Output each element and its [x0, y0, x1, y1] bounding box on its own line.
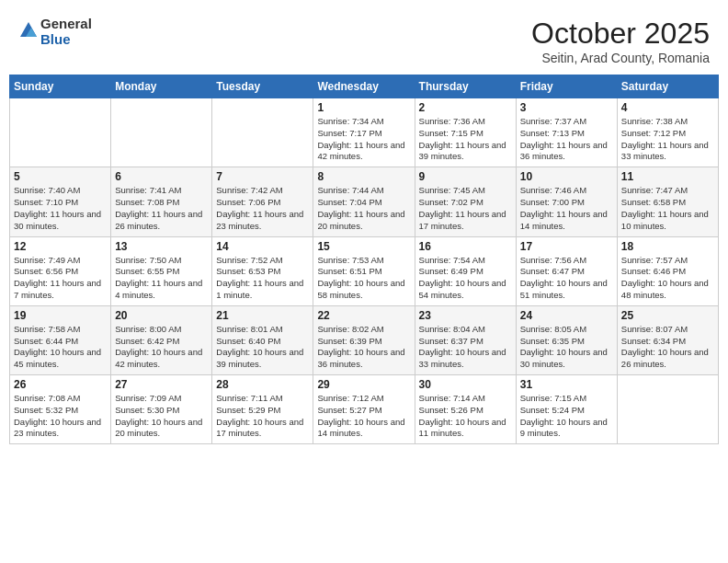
column-header-thursday: Thursday — [415, 75, 516, 98]
day-number: 31 — [520, 378, 613, 391]
day-info: Sunrise: 7:50 AMSunset: 6:55 PMDaylight:… — [115, 255, 208, 302]
day-number: 13 — [115, 240, 208, 253]
day-number: 26 — [14, 378, 107, 391]
calendar-cell: 25Sunrise: 8:07 AMSunset: 6:34 PMDayligh… — [617, 305, 718, 374]
day-number: 9 — [419, 170, 512, 183]
day-info: Sunrise: 7:15 AMSunset: 5:24 PMDaylight:… — [520, 393, 613, 440]
logo-general-text: General — [40, 17, 92, 32]
calendar-cell: 13Sunrise: 7:50 AMSunset: 6:55 PMDayligh… — [111, 236, 212, 305]
day-info: Sunrise: 7:12 AMSunset: 5:27 PMDaylight:… — [317, 393, 410, 440]
day-info: Sunrise: 8:05 AMSunset: 6:35 PMDaylight:… — [520, 324, 613, 371]
day-number: 12 — [14, 240, 107, 253]
day-number: 17 — [520, 240, 613, 253]
column-header-saturday: Saturday — [617, 75, 718, 98]
calendar-week-row: 12Sunrise: 7:49 AMSunset: 6:56 PMDayligh… — [10, 236, 719, 305]
column-header-friday: Friday — [516, 75, 617, 98]
calendar-cell: 26Sunrise: 7:08 AMSunset: 5:32 PMDayligh… — [10, 375, 111, 444]
day-info: Sunrise: 7:54 AMSunset: 6:49 PMDaylight:… — [419, 255, 512, 302]
calendar-cell: 23Sunrise: 8:04 AMSunset: 6:37 PMDayligh… — [415, 305, 516, 374]
calendar-cell: 5Sunrise: 7:40 AMSunset: 7:10 PMDaylight… — [10, 167, 111, 236]
calendar-cell: 1Sunrise: 7:34 AMSunset: 7:17 PMDaylight… — [313, 98, 415, 167]
calendar-cell: 10Sunrise: 7:46 AMSunset: 7:00 PMDayligh… — [516, 167, 617, 236]
day-number: 16 — [419, 240, 512, 253]
day-number: 11 — [621, 170, 714, 183]
day-info: Sunrise: 7:08 AMSunset: 5:32 PMDaylight:… — [14, 393, 107, 440]
day-info: Sunrise: 8:04 AMSunset: 6:37 PMDaylight:… — [419, 324, 512, 371]
calendar-cell: 24Sunrise: 8:05 AMSunset: 6:35 PMDayligh… — [516, 305, 617, 374]
calendar-cell: 29Sunrise: 7:12 AMSunset: 5:27 PMDayligh… — [313, 375, 415, 444]
calendar-cell: 22Sunrise: 8:02 AMSunset: 6:39 PMDayligh… — [313, 305, 415, 374]
day-info: Sunrise: 7:42 AMSunset: 7:06 PMDaylight:… — [216, 185, 309, 232]
calendar-cell: 2Sunrise: 7:36 AMSunset: 7:15 PMDaylight… — [415, 98, 516, 167]
column-header-tuesday: Tuesday — [212, 75, 313, 98]
day-info: Sunrise: 7:47 AMSunset: 6:58 PMDaylight:… — [621, 185, 714, 232]
calendar-cell: 14Sunrise: 7:52 AMSunset: 6:53 PMDayligh… — [212, 236, 313, 305]
calendar-cell: 3Sunrise: 7:37 AMSunset: 7:13 PMDaylight… — [516, 98, 617, 167]
day-info: Sunrise: 7:36 AMSunset: 7:15 PMDaylight:… — [419, 116, 512, 163]
day-number: 25 — [621, 309, 714, 322]
calendar-cell: 6Sunrise: 7:41 AMSunset: 7:08 PMDaylight… — [111, 167, 212, 236]
day-info: Sunrise: 7:40 AMSunset: 7:10 PMDaylight:… — [14, 185, 107, 232]
calendar-cell: 17Sunrise: 7:56 AMSunset: 6:47 PMDayligh… — [516, 236, 617, 305]
day-number: 30 — [419, 378, 512, 391]
title-block: October 2025 Seitin, Arad County, Romani… — [531, 17, 710, 65]
column-header-monday: Monday — [111, 75, 212, 98]
day-info: Sunrise: 7:53 AMSunset: 6:51 PMDaylight:… — [317, 255, 410, 302]
day-info: Sunrise: 7:11 AMSunset: 5:29 PMDaylight:… — [216, 393, 309, 440]
calendar-cell — [212, 98, 313, 167]
day-info: Sunrise: 8:02 AMSunset: 6:39 PMDaylight:… — [317, 324, 410, 371]
day-info: Sunrise: 7:38 AMSunset: 7:12 PMDaylight:… — [621, 116, 714, 163]
day-info: Sunrise: 8:01 AMSunset: 6:40 PMDaylight:… — [216, 324, 309, 371]
calendar-cell: 19Sunrise: 7:58 AMSunset: 6:44 PMDayligh… — [10, 305, 111, 374]
day-info: Sunrise: 7:57 AMSunset: 6:46 PMDaylight:… — [621, 255, 714, 302]
logo-icon — [18, 20, 39, 40]
calendar-cell: 16Sunrise: 7:54 AMSunset: 6:49 PMDayligh… — [415, 236, 516, 305]
calendar-cell: 4Sunrise: 7:38 AMSunset: 7:12 PMDaylight… — [617, 98, 718, 167]
day-number: 2 — [419, 101, 512, 114]
day-number: 3 — [520, 101, 613, 114]
calendar-week-row: 26Sunrise: 7:08 AMSunset: 5:32 PMDayligh… — [10, 375, 719, 444]
day-info: Sunrise: 7:44 AMSunset: 7:04 PMDaylight:… — [317, 185, 410, 232]
calendar-cell — [617, 375, 718, 444]
calendar-cell: 12Sunrise: 7:49 AMSunset: 6:56 PMDayligh… — [10, 236, 111, 305]
day-number: 6 — [115, 170, 208, 183]
calendar-cell — [10, 98, 111, 167]
day-number: 5 — [14, 170, 107, 183]
calendar-cell: 27Sunrise: 7:09 AMSunset: 5:30 PMDayligh… — [111, 375, 212, 444]
day-number: 10 — [520, 170, 613, 183]
day-number: 20 — [115, 309, 208, 322]
day-info: Sunrise: 7:14 AMSunset: 5:26 PMDaylight:… — [419, 393, 512, 440]
day-number: 21 — [216, 309, 309, 322]
day-number: 4 — [621, 101, 714, 114]
column-header-sunday: Sunday — [10, 75, 111, 98]
day-number: 28 — [216, 378, 309, 391]
logo: General Blue — [18, 17, 92, 47]
logo-blue-text: Blue — [40, 32, 92, 48]
day-number: 19 — [14, 309, 107, 322]
calendar-cell: 7Sunrise: 7:42 AMSunset: 7:06 PMDaylight… — [212, 167, 313, 236]
day-number: 14 — [216, 240, 309, 253]
calendar-cell — [111, 98, 212, 167]
day-number: 18 — [621, 240, 714, 253]
day-info: Sunrise: 7:45 AMSunset: 7:02 PMDaylight:… — [419, 185, 512, 232]
day-info: Sunrise: 7:09 AMSunset: 5:30 PMDaylight:… — [115, 393, 208, 440]
day-number: 1 — [317, 101, 410, 114]
day-number: 22 — [317, 309, 410, 322]
month-title: October 2025 — [531, 17, 710, 51]
day-info: Sunrise: 7:46 AMSunset: 7:00 PMDaylight:… — [520, 185, 613, 232]
calendar-week-row: 5Sunrise: 7:40 AMSunset: 7:10 PMDaylight… — [10, 167, 719, 236]
day-number: 8 — [317, 170, 410, 183]
calendar-cell: 18Sunrise: 7:57 AMSunset: 6:46 PMDayligh… — [617, 236, 718, 305]
day-number: 24 — [520, 309, 613, 322]
calendar-cell: 8Sunrise: 7:44 AMSunset: 7:04 PMDaylight… — [313, 167, 415, 236]
calendar-cell: 28Sunrise: 7:11 AMSunset: 5:29 PMDayligh… — [212, 375, 313, 444]
calendar-cell: 15Sunrise: 7:53 AMSunset: 6:51 PMDayligh… — [313, 236, 415, 305]
day-number: 29 — [317, 378, 410, 391]
day-info: Sunrise: 7:56 AMSunset: 6:47 PMDaylight:… — [520, 255, 613, 302]
calendar-cell: 31Sunrise: 7:15 AMSunset: 5:24 PMDayligh… — [516, 375, 617, 444]
day-info: Sunrise: 7:37 AMSunset: 7:13 PMDaylight:… — [520, 116, 613, 163]
day-number: 15 — [317, 240, 410, 253]
day-info: Sunrise: 8:00 AMSunset: 6:42 PMDaylight:… — [115, 324, 208, 371]
location-text: Seitin, Arad County, Romania — [531, 51, 710, 65]
day-number: 27 — [115, 378, 208, 391]
